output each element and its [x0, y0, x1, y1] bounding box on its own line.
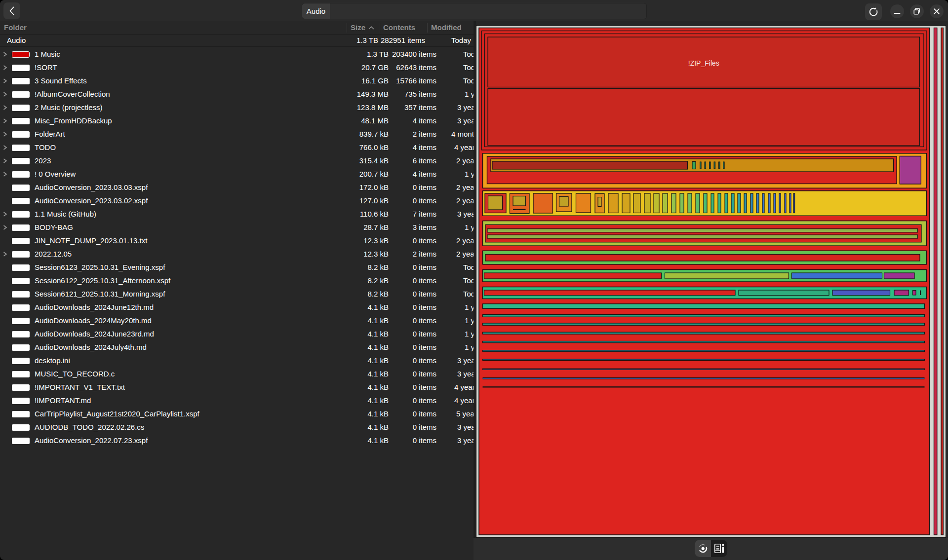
- svg-text:!ZIP_Files: !ZIP_Files: [688, 59, 719, 67]
